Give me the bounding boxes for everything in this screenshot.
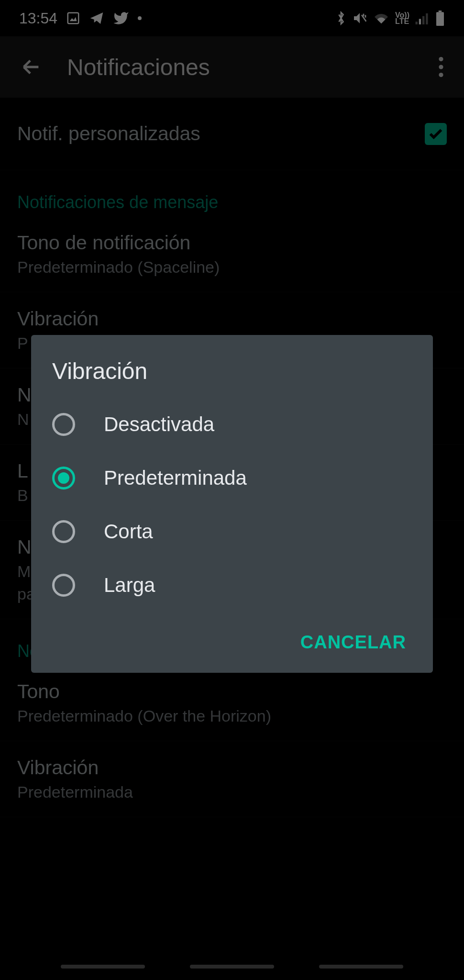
- dialog-option-desactivada[interactable]: Desactivada: [31, 398, 433, 451]
- dialog-option-predeterminada[interactable]: Predeterminada: [31, 451, 433, 505]
- radio-selected-icon: [52, 467, 75, 490]
- dialog-option-corta[interactable]: Corta: [31, 505, 433, 558]
- dialog-option-larga[interactable]: Larga: [31, 558, 433, 612]
- option-label: Corta: [104, 520, 153, 543]
- radio-icon: [52, 574, 75, 597]
- dialog-title: Vibración: [31, 358, 433, 398]
- vibration-dialog: Vibración Desactivada Predeterminada Cor…: [31, 335, 433, 673]
- cancel-button[interactable]: CANCELAR: [293, 626, 414, 658]
- radio-icon: [52, 520, 75, 543]
- radio-icon: [52, 413, 75, 436]
- option-label: Predeterminada: [104, 467, 247, 490]
- option-label: Larga: [104, 574, 155, 597]
- option-label: Desactivada: [104, 413, 214, 436]
